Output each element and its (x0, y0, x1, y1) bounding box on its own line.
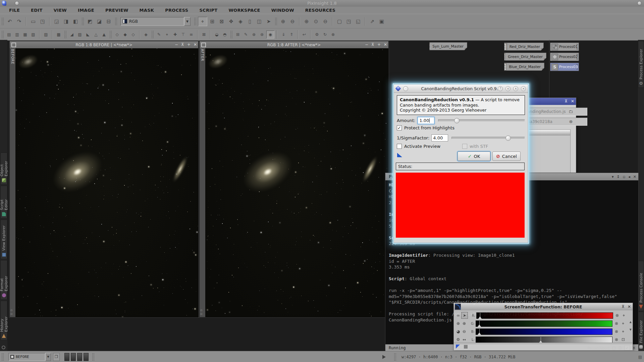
stf-gradient-bar[interactable] (476, 320, 612, 327)
fullscreen-mode-button[interactable]: ▣ (377, 17, 386, 26)
center-view-button[interactable]: ◈ (236, 17, 245, 26)
process-new-button[interactable]: ◇ (113, 31, 121, 38)
iconized-blue_driz_master[interactable]: XISFBlue_Driz_MasterN (504, 63, 544, 71)
select-preview-button[interactable]: ◳ (344, 17, 353, 26)
script-reload-button[interactable]: ↻ (321, 31, 329, 38)
titlebar-right-icon[interactable] (637, 1, 642, 5)
script-download-button[interactable]: ⇓ (280, 31, 287, 38)
close-icon[interactable]: ✕ (384, 42, 387, 47)
zoom-to-fit-button[interactable]: ⊠ (217, 17, 226, 26)
view-tab-strip[interactable]: AFTER▫▫ (200, 48, 206, 317)
script-close-button[interactable]: ⊗ (329, 31, 337, 38)
mask-select-button[interactable]: ▲ (100, 31, 108, 38)
crop-to-preview-button[interactable]: ◱ (354, 17, 363, 26)
menu-workspace[interactable]: WORKSPACE (228, 8, 260, 13)
menu-preview[interactable]: PREVIEW (105, 8, 128, 13)
stf-midtone-marker[interactable] (539, 339, 542, 343)
dock-left-icon[interactable]: ◂ (628, 175, 630, 179)
clear-channel-icon[interactable]: ⊗ (614, 329, 619, 334)
shade-icon[interactable]: ⊼ (622, 304, 625, 309)
amount-slider[interactable] (438, 119, 525, 122)
amount-input[interactable]: 1.00 (417, 117, 435, 124)
maximize-mode-button[interactable]: ⇗ (368, 17, 377, 26)
iconized-process01[interactable]: Process01ND (550, 43, 579, 51)
iconize-up-button[interactable]: ◓ (221, 31, 228, 38)
chevron-down-icon[interactable]: ▼ (184, 17, 191, 26)
stf-midtone-marker[interactable] (478, 323, 481, 327)
script-new-button[interactable]: ⊞ (234, 31, 241, 38)
clone-image-button[interactable]: ◨ (62, 17, 70, 26)
menu-resources[interactable]: RESOURCES (305, 8, 335, 13)
script-settings-button[interactable]: ⚙ (313, 31, 321, 38)
edit-identifier-button[interactable]: ▭ (29, 17, 38, 26)
view-tab-strip[interactable]: BEFORE▫▫ (10, 48, 16, 317)
play-icon[interactable] (382, 355, 386, 359)
channel-selector-box[interactable]: RGB (120, 17, 184, 26)
cursor-icon[interactable]: ➤ (461, 312, 468, 319)
script-add-button[interactable]: ⊕ (250, 31, 258, 38)
iconized-process02[interactable]: Process02ND (550, 53, 579, 61)
unshade-icon[interactable]: ∧ (513, 86, 518, 91)
clone-image-alt-button[interactable]: ◧ (71, 17, 80, 26)
crosshair-icon[interactable]: ⌖ (621, 321, 626, 326)
menu-image[interactable]: IMAGE (78, 8, 94, 13)
process-browser-button[interactable]: ◈ (142, 31, 150, 38)
expand-horizontal-icon[interactable]: ↔ (461, 337, 467, 343)
workspace-thumb-2[interactable] (71, 353, 76, 361)
browse-folder-icon[interactable]: 🗀 (568, 108, 574, 114)
activate-preview-checkbox[interactable] (397, 144, 402, 149)
image-window-titlebar[interactable]: RGB 1:8 AFTER | <*new*>−⊼+✕ (200, 41, 388, 48)
edit-preview-mode-button[interactable]: ◫ (255, 17, 264, 26)
iconized-green_driz_master[interactable]: XISFGreen_Driz_MasterN (504, 53, 546, 61)
clear-field-icon[interactable]: ⊗ (568, 118, 574, 124)
new-preview-mode-button[interactable]: ▯ (246, 17, 254, 26)
minimize-icon[interactable]: − (175, 42, 178, 47)
workspace-tile-button[interactable]: ▨ (42, 31, 50, 38)
stf-midtone-marker[interactable] (478, 331, 481, 335)
annotate-cross-button[interactable]: ✚ (171, 31, 179, 38)
image-window-before[interactable]: RGB 1:8 BEFORE | <*new*>−⊼+✕BEFORE▫▫ (9, 41, 199, 317)
stf-link-button[interactable]: ⊟ (104, 17, 113, 26)
menu-process[interactable]: PROCESS (165, 8, 188, 13)
link-icon[interactable]: ∞ (455, 312, 461, 318)
iconize-down-button[interactable]: ◒ (213, 31, 220, 38)
sidebar-item-process-console[interactable]: Process Console (638, 261, 644, 311)
sigma-slider[interactable] (451, 137, 525, 139)
stf-gradient-bar[interactable] (476, 337, 612, 343)
script-upload-button[interactable]: ⇑ (288, 31, 295, 38)
workspace-thumb-1[interactable] (64, 353, 69, 361)
iconify-icon[interactable]: ⊼ (371, 42, 374, 47)
zoom-1-1-button[interactable]: ⊙ (312, 17, 320, 26)
annotate-target-button[interactable]: ⌖ (163, 31, 171, 38)
stf-gradient-bar[interactable] (476, 312, 613, 319)
image-window-titlebar[interactable]: RGB 1:8 BEFORE | <*new*>−⊼+✕ (10, 41, 198, 48)
zoom-in-icon[interactable]: ⊕ (455, 320, 461, 326)
sidebar-item-history-explorer[interactable]: History Explorer (0, 301, 7, 340)
sigma-input[interactable]: 4.00 (431, 134, 448, 141)
select-mode-button[interactable]: ▢ (335, 17, 344, 26)
shade-icon[interactable]: ⊼ (565, 99, 568, 104)
scroll-up-icon[interactable]: ▲ (630, 320, 632, 323)
view-mode-button[interactable]: ❒ (53, 353, 60, 361)
protect-highlights-checkbox[interactable]: ✓ (397, 125, 402, 130)
zoom-in-circle-icon[interactable]: ⊕ (461, 320, 467, 326)
annotate-pencil-button[interactable]: ✎ (155, 31, 163, 38)
cancel-button[interactable]: ⊘ Cancel (492, 152, 521, 161)
menu-window[interactable]: WINDOW (271, 8, 294, 13)
iconized-process03[interactable]: SProcess03ND (550, 63, 579, 71)
monitor-icon[interactable]: ⊡ (621, 337, 626, 342)
sidebar-item-process-explorer[interactable]: Process Explorer⚙ (638, 41, 644, 88)
mask-show-button[interactable]: ▨ (76, 31, 84, 38)
workspace-2-button[interactable]: ▥ (13, 31, 21, 38)
image-window-after[interactable]: RGB 1:8 AFTER | <*new*>−⊼+✕AFTER▫▫ (199, 41, 389, 317)
reset-button-icon[interactable] (464, 345, 468, 349)
sidebar-item-view-explorer[interactable]: View Explorer (0, 220, 7, 259)
stf-gradient-bar[interactable] (476, 328, 612, 335)
iconized-syn_lum_master[interactable]: XISFSyn_Lum_MasterN (429, 42, 467, 50)
float-icon[interactable]: ▫ (623, 175, 625, 179)
annotate-base-button[interactable]: ⊤ (179, 31, 187, 38)
new-window-button[interactable]: ◳ (38, 17, 47, 26)
channel-selector[interactable]: RGB▼ (120, 17, 191, 26)
menu-script[interactable]: SCRIPT (199, 8, 217, 13)
fit-window-button[interactable]: ⊞ (208, 17, 217, 26)
